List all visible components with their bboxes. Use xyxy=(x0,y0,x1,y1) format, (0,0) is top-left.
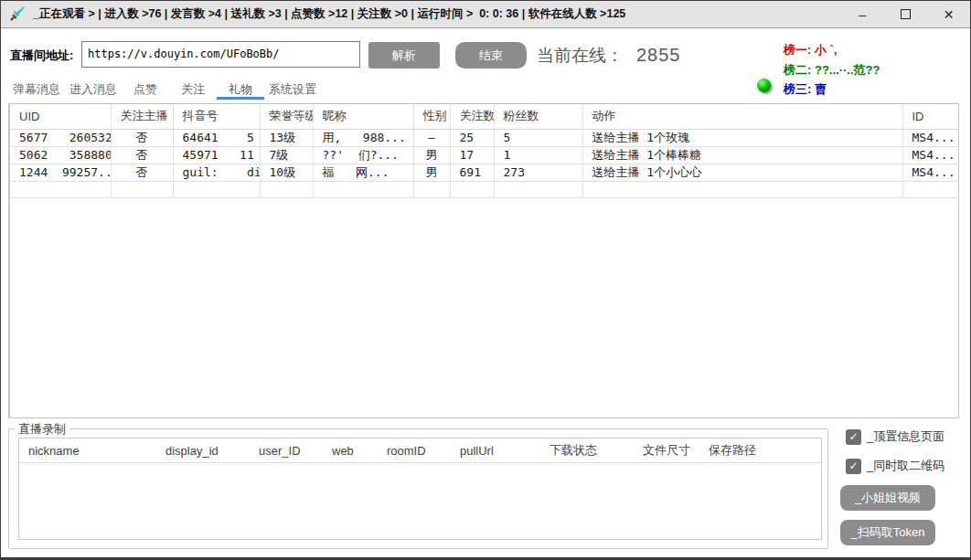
qrcode-checkbox[interactable]: ✓ xyxy=(846,459,861,474)
col-uid: UID xyxy=(10,104,111,129)
cell-fan-count: 1 xyxy=(494,146,582,164)
col-nickname: nickname xyxy=(19,444,156,458)
pin-info-checkbox[interactable]: ✓ xyxy=(846,429,861,445)
gift-table: UID 关注主播 抖音号 荣誉等级 昵称 性别 关注数 粉丝数 动作 ID 56… xyxy=(8,103,959,418)
live-record-group: 直播录制 nickname display_id user_ID web roo… xyxy=(8,428,828,549)
record-table-header-row: nickname display_id user_ID web roomID p… xyxy=(19,438,821,463)
col-web: web xyxy=(323,444,378,458)
tab-danmu-messages[interactable]: 弹幕消息 xyxy=(8,79,65,100)
cell-douyin-id: 64641 5 xyxy=(173,129,260,146)
cell-douyin-id: guil: di xyxy=(173,164,260,181)
cell-uid: 5062 3588808 xyxy=(10,146,111,164)
rank-2: 榜二: ??...··..范?? xyxy=(784,62,880,79)
app-window: _正在观看 > | 进入数 >76 | 发言数 >4 | 送礼数 >3 | 点赞… xyxy=(0,0,971,560)
cell-follows-host: 否 xyxy=(111,164,173,181)
cell-action: 送给主播 1个玫瑰 xyxy=(582,129,902,146)
col-file-size: 文件尺寸 xyxy=(634,442,699,459)
record-table: nickname display_id user_ID web roomID p… xyxy=(18,438,822,540)
cell-nickname: ??' 们?... xyxy=(313,146,413,164)
col-fan-count: 粉丝数 xyxy=(494,104,582,129)
minimize-button[interactable]: – xyxy=(841,1,884,27)
cell-follows-host: 否 xyxy=(111,129,173,146)
window-controls: – ✕ xyxy=(841,1,970,27)
col-room-id: roomID xyxy=(378,444,451,458)
col-follow-count: 关注数 xyxy=(450,104,494,129)
girl-video-button[interactable]: _小姐姐视频 xyxy=(840,485,935,511)
maximize-icon xyxy=(901,9,911,19)
cell-follows-host: 否 xyxy=(111,146,173,164)
cell-id: MS4... xyxy=(902,129,959,146)
close-icon: ✕ xyxy=(944,7,955,22)
cell-id: MS4... xyxy=(902,146,959,164)
rank-3: 榜三: 曺 xyxy=(784,81,827,98)
cell-fan-count: 5 xyxy=(494,129,582,146)
stream-address-input[interactable]: https://v.douyin.com/UFoBoBb/ xyxy=(81,41,360,68)
tab-bar: 弹幕消息 进入消息 点赞 关注 礼物 系统设置 xyxy=(8,79,321,100)
tab-enter-messages[interactable]: 进入消息 xyxy=(65,79,122,100)
cell-gender: 男 xyxy=(413,164,450,181)
current-online-count: 2855 xyxy=(636,45,681,65)
col-douyin-id: 抖音号 xyxy=(173,104,260,129)
cell-gender: 男 xyxy=(413,146,450,164)
tab-gifts[interactable]: 礼物 xyxy=(217,79,264,100)
diamond-sword-app-icon xyxy=(8,5,26,23)
minimize-icon: – xyxy=(859,7,867,22)
tab-follows[interactable]: 关注 xyxy=(169,79,217,100)
col-download-status: 下载状态 xyxy=(540,442,634,459)
cell-nickname: 用, 988... xyxy=(313,129,413,146)
col-honor-level: 荣誉等级 xyxy=(260,104,313,129)
gift-table-header-row: UID 关注主播 抖音号 荣誉等级 昵称 性别 关注数 粉丝数 动作 ID xyxy=(10,104,959,129)
col-user-id: user_ID xyxy=(250,444,323,458)
cell-gender: – xyxy=(413,129,450,146)
rank-1: 榜一: 小 `, xyxy=(784,42,838,58)
qrcode-checkbox-row: ✓ _同时取二维码 xyxy=(846,458,944,474)
parse-button[interactable]: 解析 xyxy=(368,42,440,69)
col-gender: 性别 xyxy=(413,104,450,129)
close-button[interactable]: ✕ xyxy=(927,1,970,27)
col-id: ID xyxy=(902,104,959,129)
title-bar: _正在观看 > | 进入数 >76 | 发言数 >4 | 送礼数 >3 | 点赞… xyxy=(1,1,970,28)
green-ball-icon xyxy=(757,79,771,92)
table-row[interactable]: 1244 99257... 否 guil: di 10级 福 网... 男 69… xyxy=(10,164,959,181)
table-row-empty xyxy=(10,181,959,197)
checkmark-icon: ✓ xyxy=(848,430,858,443)
current-online-label: 当前在线： xyxy=(537,46,624,65)
tab-system-settings[interactable]: 系统设置 xyxy=(264,79,321,100)
cell-honor-level: 13级 xyxy=(260,129,313,146)
cell-uid: 1244 99257... xyxy=(10,164,111,181)
cell-follow-count: 17 xyxy=(450,146,494,164)
cell-follow-count: 691 xyxy=(450,164,494,181)
stream-address-label: 直播间地址: xyxy=(10,48,73,64)
qrcode-label: _同时取二维码 xyxy=(867,458,944,474)
cell-follow-count: 25 xyxy=(450,129,494,146)
end-button[interactable]: 结束 xyxy=(455,42,527,69)
scan-token-button[interactable]: _扫码取Token xyxy=(840,520,935,545)
col-action: 动作 xyxy=(582,104,902,129)
col-save-path: 保存路径 xyxy=(699,442,756,459)
col-nickname: 昵称 xyxy=(313,104,413,129)
maximize-button[interactable] xyxy=(884,1,927,27)
col-follows-host: 关注主播 xyxy=(111,104,173,129)
cell-honor-level: 7级 xyxy=(260,146,313,164)
pin-info-label: _顶置信息页面 xyxy=(867,428,944,445)
table-row[interactable]: 5677 2605325 否 64641 5 13级 用, 988... – 2… xyxy=(10,129,959,146)
current-online: 当前在线：2855 xyxy=(537,44,681,68)
cell-fan-count: 273 xyxy=(494,164,582,181)
cell-id: MS4... xyxy=(902,164,959,181)
cell-uid: 5677 2605325 xyxy=(10,129,111,146)
cell-action: 送给主播 1个棒棒糖 xyxy=(582,146,902,164)
cell-action: 送给主播 1个小心心 xyxy=(582,164,902,181)
pin-info-checkbox-row: ✓ _顶置信息页面 xyxy=(846,428,944,445)
cell-honor-level: 10级 xyxy=(260,164,313,181)
live-record-title: 直播录制 xyxy=(15,421,69,438)
table-row[interactable]: 5062 3588808 否 45971 11 7级 ??' 们?... 男 1… xyxy=(10,146,959,164)
col-display-id: display_id xyxy=(156,444,250,458)
window-title: _正在观看 > | 进入数 >76 | 发言数 >4 | 送礼数 >3 | 点赞… xyxy=(33,6,625,22)
tab-likes[interactable]: 点赞 xyxy=(122,79,169,100)
col-pull-url: pullUrl xyxy=(451,444,540,458)
cell-douyin-id: 45971 11 xyxy=(173,146,260,164)
checkmark-icon: ✓ xyxy=(848,460,858,472)
cell-nickname: 福 网... xyxy=(313,164,413,181)
